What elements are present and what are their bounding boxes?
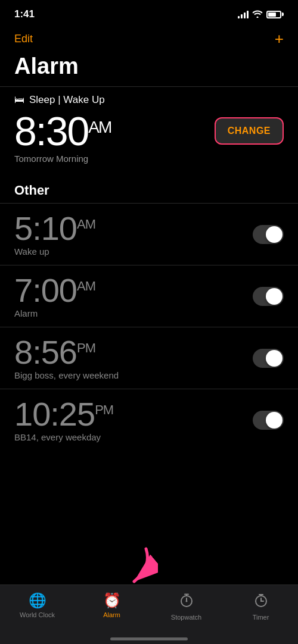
arrow-indicator bbox=[110, 543, 158, 590]
alarm-item-left: 8:56PM Bigg boss, every weekend bbox=[14, 336, 119, 380]
alarm-time: 8:56PM bbox=[14, 336, 119, 369]
tab-alarm[interactable]: ⏰ Alarm bbox=[94, 592, 130, 618]
timer-icon bbox=[253, 592, 269, 611]
alarm-toggle[interactable] bbox=[253, 411, 284, 430]
alarm-label: Bigg boss, every weekend bbox=[14, 370, 119, 380]
status-time: 1:41 bbox=[14, 8, 35, 20]
toggle-knob bbox=[266, 288, 283, 305]
alarm-item-left: 10:25PM BB14, every weekday bbox=[14, 398, 113, 442]
alarm-list: 5:10AM Wake up 7:00AM Alarm 8:56PM Bigg … bbox=[0, 203, 298, 451]
signal-bars-icon bbox=[238, 10, 249, 18]
bed-icon: 🛏 bbox=[14, 94, 24, 106]
wifi-icon bbox=[252, 10, 263, 20]
page-title: Alarm bbox=[0, 51, 298, 86]
alarm-toggle[interactable] bbox=[253, 349, 284, 368]
alarm-item-left: 7:00AM Alarm bbox=[14, 274, 95, 318]
tab-stopwatch-label: Stopwatch bbox=[171, 614, 201, 621]
alarm-item[interactable]: 5:10AM Wake up bbox=[0, 203, 298, 265]
edit-button[interactable]: Edit bbox=[14, 33, 33, 45]
globe-icon: 🌐 bbox=[29, 592, 46, 609]
change-button[interactable]: CHANGE bbox=[215, 117, 284, 145]
tab-bar: 🌐 World Clock ⏰ Alarm Stopwatch bbox=[0, 584, 298, 644]
add-button[interactable]: + bbox=[275, 31, 284, 46]
tab-timer[interactable]: Timer bbox=[243, 592, 279, 621]
tab-alarm-label: Alarm bbox=[103, 611, 120, 618]
other-section-title: Other bbox=[0, 171, 298, 203]
tab-timer-label: Timer bbox=[253, 614, 269, 621]
alarm-label: BB14, every weekday bbox=[14, 432, 113, 442]
sleep-time-value: 8:30AM bbox=[14, 108, 111, 154]
alarm-item-left: 5:10AM Wake up bbox=[14, 212, 95, 257]
status-bar: 1:41 bbox=[0, 0, 298, 26]
sleep-header: 🛏 Sleep | Wake Up bbox=[14, 94, 284, 106]
sleep-time-row: 8:30AM CHANGE bbox=[14, 111, 284, 151]
alarm-time: 7:00AM bbox=[14, 274, 95, 307]
alarm-toggle[interactable] bbox=[253, 225, 284, 244]
alarm-time: 10:25PM bbox=[14, 398, 113, 431]
alarm-label: Alarm bbox=[14, 308, 95, 318]
sleep-sub-label: Tomorrow Morning bbox=[14, 154, 284, 164]
stopwatch-icon bbox=[179, 592, 194, 611]
toggle-knob bbox=[266, 226, 283, 243]
status-icons bbox=[238, 10, 284, 20]
home-indicator bbox=[110, 637, 188, 640]
tab-world-clock-label: World Clock bbox=[20, 611, 55, 618]
sleep-section: 🛏 Sleep | Wake Up 8:30AM CHANGE Tomorrow… bbox=[0, 86, 298, 171]
alarm-clock-icon: ⏰ bbox=[103, 592, 121, 609]
battery-icon bbox=[266, 11, 284, 18]
alarm-time: 5:10AM bbox=[14, 212, 95, 245]
alarm-item[interactable]: 7:00AM Alarm bbox=[0, 265, 298, 327]
alarm-toggle[interactable] bbox=[253, 287, 284, 306]
nav-bar: Edit + bbox=[0, 26, 298, 51]
tab-world-clock[interactable]: 🌐 World Clock bbox=[20, 592, 55, 618]
alarm-item[interactable]: 10:25PM BB14, every weekday bbox=[0, 389, 298, 451]
toggle-knob bbox=[266, 412, 283, 429]
svg-point-4 bbox=[185, 601, 187, 602]
alarm-label: Wake up bbox=[14, 246, 95, 257]
sleep-time-display: 8:30AM bbox=[14, 111, 111, 151]
sleep-header-label: Sleep | Wake Up bbox=[29, 94, 105, 106]
toggle-knob bbox=[266, 350, 283, 367]
alarm-item[interactable]: 8:56PM Bigg boss, every weekend bbox=[0, 327, 298, 389]
tab-stopwatch[interactable]: Stopwatch bbox=[169, 592, 204, 621]
